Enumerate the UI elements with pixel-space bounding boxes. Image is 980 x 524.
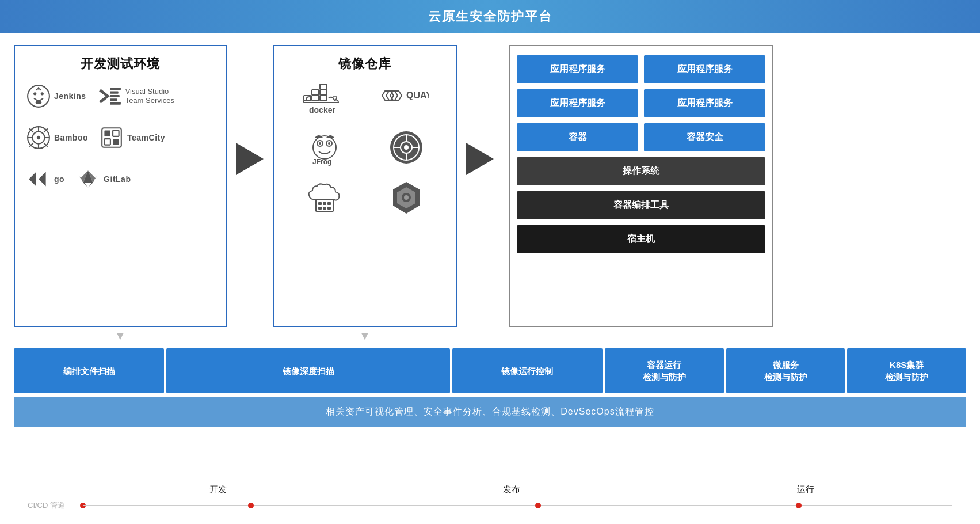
svg-point-2	[41, 92, 44, 95]
runtime-column: 应用程序服务 应用程序服务 应用程序服务 应用程序服务	[503, 45, 966, 343]
scan-arrows-container	[14, 343, 966, 344]
scan-item-container-label: 容器运行 检测与防护	[643, 359, 686, 383]
svg-marker-27	[29, 172, 36, 186]
svg-rect-37	[312, 90, 319, 95]
app-service-4: 应用程序服务	[644, 89, 765, 117]
content-area: 开发测试环境	[0, 33, 980, 475]
atomic-icon	[388, 179, 425, 217]
bamboo-logo: Bamboo	[26, 126, 88, 150]
vstudio-text: Visual Studio Team Services	[125, 87, 174, 105]
cloud-storage-icon	[304, 179, 345, 217]
go-logo: go	[26, 167, 64, 191]
main-wrapper: 云原生安全防护平台 开发测试环境	[0, 0, 980, 524]
left-arrow	[236, 143, 264, 175]
info-bar: 相关资产可视化管理、安全事件分析、合规基线检测、DevSecOps流程管控	[14, 397, 966, 427]
scan-item-microservice-label: 微服务 检测与防护	[764, 359, 807, 383]
pipeline-run-dot	[796, 503, 802, 508]
registry-box: 镜像仓库	[273, 45, 457, 327]
stage-dev-label: 开发	[209, 484, 227, 495]
header-title: 云原生安全防护平台	[428, 9, 552, 24]
cicd-label: CI/CD 管道	[28, 500, 65, 511]
dev-logos-row-3: go GitLab	[26, 167, 214, 191]
runtime-box: 应用程序服务 应用程序服务 应用程序服务 应用程序服务	[509, 45, 773, 327]
svg-marker-28	[39, 172, 46, 186]
svg-point-42	[313, 136, 336, 159]
svg-rect-6	[110, 88, 121, 90]
scan-item-control-label: 镜像运行控制	[501, 365, 553, 377]
pipeline-main-line	[83, 505, 952, 506]
svg-rect-23	[104, 130, 110, 136]
quay-logo: QUAY	[377, 84, 429, 116]
runtime-row-5: 容器编排工具	[517, 191, 765, 219]
bamboo-icon	[26, 126, 51, 150]
right-arrow-col	[457, 45, 503, 175]
scan-item-image-label: 镜像深度扫描	[283, 365, 334, 377]
svg-rect-60	[318, 207, 322, 210]
harbor-icon	[388, 129, 425, 166]
harbor-logo	[388, 129, 425, 166]
scan-item-microservice: 微服务 检测与防护	[726, 348, 845, 393]
svg-point-66	[404, 195, 409, 200]
registry-row-1: docker QUAY	[285, 84, 444, 116]
host-cell: 宿主机	[517, 225, 765, 253]
svg-point-1	[33, 92, 36, 95]
gitlab-name: GitLab	[104, 174, 131, 184]
right-arrow	[466, 143, 494, 175]
teamcity-icon	[100, 126, 124, 150]
svg-point-46	[328, 142, 330, 145]
main-flow: 开发测试环境	[14, 45, 966, 343]
svg-rect-35	[312, 96, 319, 101]
stage-release-label: 发布	[503, 484, 520, 495]
jfrog-icon: JFrog	[304, 127, 345, 168]
registry-logos-grid: docker QUAY	[280, 84, 450, 217]
svg-marker-5	[99, 89, 110, 103]
scan-item-k8s: K8S集群 检测与防护	[847, 348, 966, 393]
svg-rect-58	[323, 202, 326, 205]
svg-text:docker: docker	[309, 105, 335, 115]
svg-rect-62	[327, 207, 331, 210]
cloud-storage-logo	[304, 179, 345, 217]
os-label: 操作系统	[623, 166, 659, 176]
pipeline-release-dot	[535, 503, 541, 508]
quay-icon: QUAY	[377, 84, 429, 116]
vstudio-icon	[98, 84, 122, 108]
app-service-2-label: 应用程序服务	[677, 64, 733, 74]
app-service-1-label: 应用程序服务	[550, 64, 605, 74]
dev-logos-row-2: Bamboo TeamCity	[26, 126, 214, 150]
teamcity-name: TeamCity	[127, 133, 165, 142]
container-cell: 容器	[517, 123, 638, 151]
pipeline-line-container: CI/CD 管道	[14, 499, 966, 512]
scan-item-container: 容器运行 检测与防护	[605, 348, 724, 393]
header-bar: 云原生安全防护平台	[0, 0, 980, 33]
app-service-4-label: 应用程序服务	[677, 98, 733, 108]
svg-rect-24	[113, 130, 119, 136]
vstudio-sub: Team Services	[125, 96, 174, 105]
bamboo-name: Bamboo	[54, 133, 88, 142]
svg-rect-4	[36, 101, 42, 104]
jenkins-name: Jenkins	[54, 92, 86, 101]
stage-run-label: 运行	[797, 484, 814, 495]
orchestration-cell: 容器编排工具	[517, 191, 765, 219]
scan-item-arrange-label: 编排文件扫描	[63, 365, 115, 377]
vstudio-logo: Visual Studio Team Services	[98, 84, 174, 108]
docker-logo: docker	[301, 84, 341, 116]
svg-rect-57	[318, 202, 322, 205]
svg-rect-38	[320, 90, 327, 95]
svg-text:JFrog: JFrog	[312, 158, 331, 166]
svg-rect-7	[110, 92, 119, 94]
pipeline-labels-row: 开发 发布 运行	[14, 484, 966, 495]
app-service-3-label: 应用程序服务	[550, 98, 605, 108]
gitlab-logo: GitLab	[76, 167, 131, 191]
gitlab-icon	[76, 167, 100, 191]
os-cell: 操作系统	[517, 157, 765, 185]
container-label: 容器	[569, 132, 587, 142]
left-arrow-col	[227, 45, 273, 175]
svg-rect-36	[320, 96, 327, 101]
scan-item-k8s-label: K8S集群 检测与防护	[885, 359, 928, 383]
orchestration-label: 容器编排工具	[613, 200, 669, 210]
runtime-row-3: 容器 容器安全	[517, 123, 765, 151]
jenkins-icon	[26, 84, 51, 108]
stage-run-label-col: 运行	[659, 484, 952, 495]
app-service-1: 应用程序服务	[517, 55, 638, 83]
info-bar-text: 相关资产可视化管理、安全事件分析、合规基线检测、DevSecOps流程管控	[326, 407, 654, 416]
